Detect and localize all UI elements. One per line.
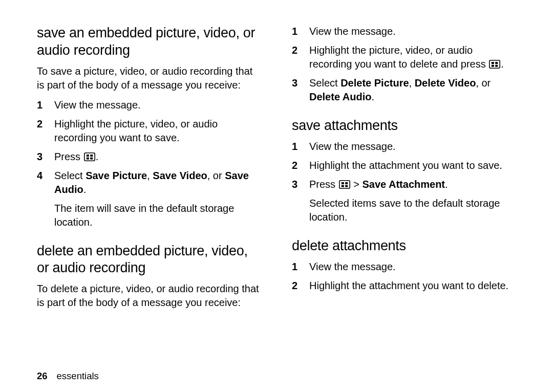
step-text: Highlight the attachment you want to sav…	[309, 159, 516, 178]
list-item: 1 View the message.	[292, 25, 516, 43]
svg-rect-10	[339, 181, 349, 188]
svg-rect-3	[86, 157, 89, 159]
step-text: Press .	[54, 150, 261, 169]
step-number: 1	[37, 98, 54, 117]
list-item: 1 View the message.	[37, 98, 261, 117]
step-text: View the message.	[309, 260, 516, 279]
text: Select	[309, 77, 341, 89]
svg-rect-9	[495, 65, 498, 67]
svg-rect-0	[84, 153, 94, 160]
svg-rect-8	[492, 65, 494, 67]
step-text: Highlight the picture, video, or audio r…	[54, 117, 261, 150]
heading-save-attachments: save attachments	[292, 117, 516, 135]
step-number: 3	[292, 76, 309, 109]
step-text: Select Delete Picture, Delete Video, or …	[309, 76, 516, 109]
step-text: View the message.	[309, 25, 516, 43]
step-subtext: The item will save in the default storag…	[54, 202, 259, 229]
bold-term: Save Video	[153, 170, 207, 181]
heading-save-embedded: save an embedded picture, video, or audi…	[37, 25, 261, 59]
list-item: 2 Highlight the picture, video, or audio…	[37, 117, 261, 150]
svg-rect-7	[495, 62, 498, 64]
text: .	[445, 179, 448, 190]
step-number: 3	[37, 150, 54, 169]
save-embedded-steps: 1 View the message. 2 Highlight the pict…	[37, 98, 261, 234]
svg-rect-5	[490, 60, 500, 68]
text: Press	[309, 179, 338, 190]
step-subtext: Selected items save to the default stora…	[309, 197, 514, 224]
delete-attachment-steps: 1 View the message. 2 Highlight the atta…	[292, 260, 516, 298]
section-label: essentials	[57, 371, 99, 381]
right-column: 1 View the message. 2 Highlight the pict…	[292, 25, 516, 360]
step-text: View the message.	[309, 140, 516, 159]
text: Press	[54, 151, 83, 162]
step-number: 2	[37, 117, 54, 150]
svg-rect-1	[86, 155, 89, 157]
svg-rect-4	[90, 157, 93, 159]
step-number: 4	[37, 169, 54, 234]
heading-delete-attachments: delete attachments	[292, 237, 516, 255]
text: Highlight the picture, video, or audio r…	[309, 45, 488, 70]
svg-rect-6	[492, 62, 494, 64]
text: >	[351, 179, 363, 190]
delete-embedded-steps: 1 View the message. 2 Highlight the pict…	[292, 25, 516, 109]
svg-rect-14	[345, 185, 348, 187]
svg-rect-2	[90, 155, 93, 157]
text: , or	[207, 170, 225, 181]
text: .	[372, 91, 375, 102]
page-number: 26	[37, 371, 48, 381]
list-item: 1 View the message.	[292, 260, 516, 279]
text: ,	[147, 170, 153, 181]
step-number: 1	[292, 25, 309, 43]
menu-key-icon	[84, 153, 95, 161]
step-number: 2	[292, 279, 309, 298]
step-number: 1	[292, 260, 309, 279]
text: .	[501, 58, 504, 70]
text: .	[96, 151, 99, 162]
left-column: save an embedded picture, video, or audi…	[37, 25, 261, 360]
text: Select	[54, 170, 86, 181]
step-text: View the message.	[54, 98, 261, 117]
step-number: 3	[292, 178, 309, 229]
list-item: 4 Select Save Picture, Save Video, or Sa…	[37, 169, 261, 234]
list-item: 1 View the message.	[292, 140, 516, 159]
save-attachment-steps: 1 View the message. 2 Highlight the atta…	[292, 140, 516, 229]
list-item: 3 Press > Save Attachment. Selected item…	[292, 178, 516, 229]
svg-rect-12	[345, 182, 348, 184]
manual-page: save an embedded picture, video, or audi…	[0, 0, 553, 392]
step-text: Select Save Picture, Save Video, or Save…	[54, 169, 261, 234]
bold-term: Delete Video	[415, 77, 476, 89]
bold-term: Delete Audio	[309, 91, 372, 102]
menu-key-icon	[339, 180, 350, 189]
list-item: 2 Highlight the picture, video, or audio…	[292, 43, 516, 76]
list-item: 3 Select Delete Picture, Delete Video, o…	[292, 76, 516, 109]
step-number: 1	[292, 140, 309, 159]
page-footer: 26essentials	[37, 360, 516, 382]
step-text: Highlight the attachment you want to del…	[309, 279, 516, 298]
step-text: Highlight the picture, video, or audio r…	[309, 43, 516, 76]
intro-delete-embedded: To delete a picture, video, or audio rec…	[37, 282, 261, 310]
two-column-layout: save an embedded picture, video, or audi…	[37, 25, 516, 360]
bold-term: Delete Picture	[341, 77, 409, 89]
intro-save-embedded: To save a picture, video, or audio recor…	[37, 64, 261, 92]
text: , or	[476, 77, 491, 89]
step-number: 2	[292, 159, 309, 178]
svg-rect-11	[341, 182, 344, 184]
text: ,	[409, 77, 415, 89]
step-text: Press > Save Attachment. Selected items …	[309, 178, 516, 229]
heading-delete-embedded: delete an embedded picture, video, or au…	[37, 243, 261, 277]
bold-term: Save Attachment	[362, 179, 445, 190]
bold-term: Save Picture	[86, 170, 147, 181]
text: .	[83, 184, 87, 195]
menu-key-icon	[489, 60, 500, 69]
list-item: 2 Highlight the attachment you want to d…	[292, 279, 516, 298]
step-number: 2	[292, 43, 309, 76]
list-item: 2 Highlight the attachment you want to s…	[292, 159, 516, 178]
svg-rect-13	[341, 185, 344, 187]
list-item: 3 Press .	[37, 150, 261, 169]
